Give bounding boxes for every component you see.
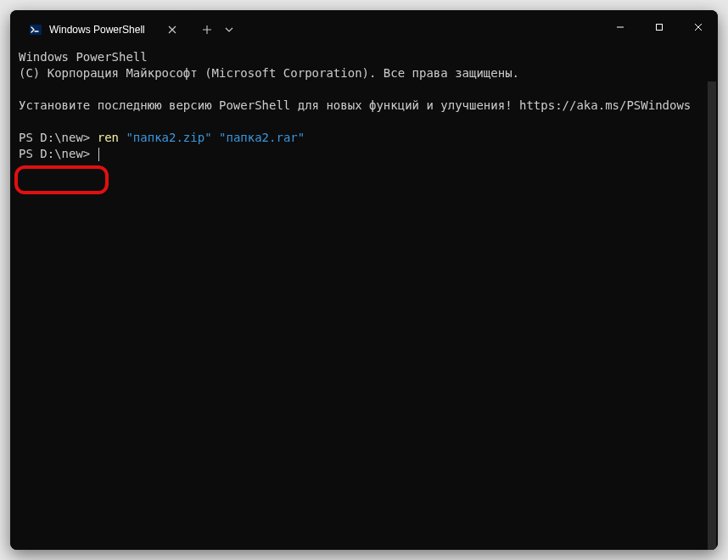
prompt-prefix: PS D:\new> <box>19 147 98 160</box>
titlebar[interactable]: Windows PowerShell <box>10 10 718 44</box>
scrollbar-thumb[interactable] <box>708 81 716 550</box>
output-line: Установите последнюю версию PowerShell д… <box>19 98 691 112</box>
output-line: (C) Корпорация Майкрософт (Microsoft Cor… <box>19 66 519 80</box>
command-space <box>212 131 219 144</box>
terminal-output[interactable]: Windows PowerShell (C) Корпорация Майкро… <box>10 44 718 550</box>
tab-powershell[interactable]: Windows PowerShell <box>19 15 188 44</box>
command-arg: "папка2.zip" <box>126 131 211 144</box>
close-button[interactable] <box>679 10 718 44</box>
text-cursor <box>98 148 99 161</box>
terminal-window: Windows PowerShell <box>10 10 718 550</box>
svg-rect-0 <box>30 25 42 35</box>
maximize-button[interactable] <box>640 10 679 44</box>
tab-close-button[interactable] <box>165 22 180 37</box>
output-line: Windows PowerShell <box>19 50 148 64</box>
powershell-icon <box>29 23 42 36</box>
svg-rect-1 <box>657 25 663 31</box>
prompt-prefix: PS D:\new> <box>19 131 98 144</box>
command-arg: "папка2.rar" <box>219 131 305 144</box>
command-name: ren <box>98 131 126 144</box>
tab-title: Windows PowerShell <box>49 24 158 36</box>
new-tab-button[interactable] <box>195 18 219 42</box>
window-controls <box>601 10 718 44</box>
tab-dropdown-button[interactable] <box>219 18 239 42</box>
minimize-button[interactable] <box>601 10 640 44</box>
scrollbar[interactable] <box>708 49 716 545</box>
